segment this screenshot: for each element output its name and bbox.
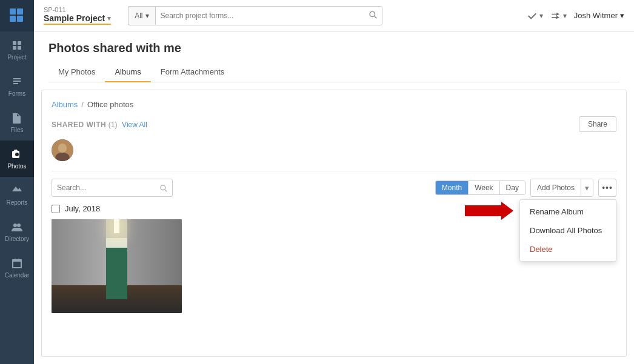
photo-search-icon xyxy=(159,184,167,192)
add-photos-caret-icon[interactable]: ▾ xyxy=(581,179,593,196)
delete-item[interactable]: Delete xyxy=(520,240,616,259)
user-chevron-icon: ▾ xyxy=(620,11,624,20)
view-month-button[interactable]: Month xyxy=(436,181,469,194)
search-input[interactable] xyxy=(156,12,364,20)
svg-point-8 xyxy=(52,139,73,161)
svg-rect-1 xyxy=(17,8,23,15)
topbar-right: ▾ ▾ Josh Witmer ▾ xyxy=(527,10,624,21)
tabs: My Photos Albums Form Attachments xyxy=(48,62,619,82)
svg-point-10 xyxy=(55,153,70,161)
sidebar-label-reports: Reports xyxy=(6,199,27,206)
breadcrumb-separator: / xyxy=(81,100,84,109)
download-photos-item[interactable]: Download All Photos xyxy=(520,221,616,240)
rename-album-item[interactable]: Rename Album xyxy=(520,202,616,221)
sidebar-label-forms: Forms xyxy=(8,90,25,97)
main-area: SP-011 Sample Project ▾ All ▾ ▾ xyxy=(34,0,634,364)
dropdown-menu: Rename Album Download All Photos Delete xyxy=(519,199,616,262)
svg-rect-0 xyxy=(10,8,16,15)
search-filter-button[interactable]: All ▾ xyxy=(128,6,155,25)
sidebar-item-calendar[interactable]: Calendar xyxy=(0,250,34,286)
sidebar-label-project: Project xyxy=(7,54,26,61)
sidebar-item-directory[interactable]: Directory xyxy=(0,213,34,250)
toolbar-right: Month Week Day Add Photos ▾ ••• Rename A… xyxy=(435,179,616,197)
add-photos-button[interactable]: Add Photos ▾ xyxy=(530,179,593,197)
tab-my-photos[interactable]: My Photos xyxy=(48,62,105,82)
sidebar-label-files: Files xyxy=(10,127,23,133)
svg-line-7 xyxy=(375,16,377,19)
ellipsis-icon: ••• xyxy=(602,183,613,193)
chevron-down-icon-2: ▾ xyxy=(563,12,567,20)
view-toggle: Month Week Day xyxy=(435,180,526,195)
project-id: SP-011 xyxy=(44,6,111,13)
chevron-down-icon: ▾ xyxy=(539,12,543,20)
content-area: Photos shared with me My Photos Albums F… xyxy=(34,31,634,364)
breadcrumb: Albums / Office photos xyxy=(52,100,616,109)
avatar xyxy=(52,139,73,161)
page-header: Photos shared with me My Photos Albums F… xyxy=(34,31,634,82)
add-photos-label: Add Photos xyxy=(531,179,581,196)
sidebar-item-photos[interactable]: Photos xyxy=(0,141,34,177)
inner-content: Albums / Office photos SHARED WITH (1) V… xyxy=(41,90,627,357)
photo-search-wrap xyxy=(52,179,173,197)
shared-with-label: SHARED WITH (1) View All xyxy=(52,120,147,129)
search-input-wrap xyxy=(155,6,383,25)
tab-albums[interactable]: Albums xyxy=(105,62,150,82)
breadcrumb-current: Office photos xyxy=(87,100,133,109)
sidebar-item-forms[interactable]: Forms xyxy=(0,68,34,104)
shuffle-button[interactable]: ▾ xyxy=(550,10,567,21)
filter-chevron-icon: ▾ xyxy=(145,12,149,20)
toolbar-row: Month Week Day Add Photos ▾ ••• Rename A… xyxy=(52,179,616,197)
section-divider xyxy=(52,171,616,171)
page-title: Photos shared with me xyxy=(48,41,619,55)
user-menu-button[interactable]: Josh Witmer ▾ xyxy=(574,11,624,20)
sidebar: Project Forms Files Photos Reports Direc… xyxy=(0,0,34,364)
avatar-row xyxy=(52,139,616,161)
svg-point-11 xyxy=(59,145,65,151)
month-checkbox[interactable] xyxy=(52,205,60,213)
photo-search-input[interactable] xyxy=(57,184,159,192)
svg-rect-3 xyxy=(17,16,23,22)
project-info: SP-011 Sample Project ▾ xyxy=(44,6,111,25)
sidebar-label-photos: Photos xyxy=(7,163,26,170)
search-icon[interactable] xyxy=(364,10,382,21)
svg-point-5 xyxy=(17,223,21,227)
view-day-button[interactable]: Day xyxy=(500,181,525,194)
share-button[interactable]: Share xyxy=(579,116,616,132)
user-name: Josh Witmer xyxy=(574,11,618,20)
sidebar-item-reports[interactable]: Reports xyxy=(0,177,34,213)
shared-with-row: SHARED WITH (1) View All Share xyxy=(52,116,616,132)
svg-point-9 xyxy=(58,144,67,152)
sidebar-label-directory: Directory xyxy=(5,236,29,242)
photo-thumbnail[interactable] xyxy=(52,219,182,313)
project-dropdown-icon[interactable]: ▾ xyxy=(107,15,111,22)
topbar: SP-011 Sample Project ▾ All ▾ ▾ xyxy=(34,0,634,31)
tab-form-attachments[interactable]: Form Attachments xyxy=(151,62,234,82)
month-label: July, 2018 xyxy=(65,204,100,213)
breadcrumb-parent[interactable]: Albums xyxy=(52,100,78,109)
hallway-image xyxy=(52,219,182,313)
sidebar-item-project[interactable]: Project xyxy=(0,31,34,68)
view-all-link[interactable]: View All xyxy=(122,121,147,129)
svg-line-13 xyxy=(165,190,167,191)
svg-point-12 xyxy=(161,185,165,190)
search-area: All ▾ xyxy=(128,6,382,25)
view-week-button[interactable]: Week xyxy=(469,181,499,194)
sidebar-label-calendar: Calendar xyxy=(5,272,30,279)
more-options-button[interactable]: ••• xyxy=(598,179,616,197)
svg-rect-2 xyxy=(10,16,16,22)
sidebar-item-files[interactable]: Files xyxy=(0,104,34,141)
checkmark-button[interactable]: ▾ xyxy=(527,10,543,21)
svg-point-4 xyxy=(13,223,17,227)
app-logo[interactable] xyxy=(0,0,34,31)
svg-point-6 xyxy=(370,12,375,16)
project-name[interactable]: Sample Project ▾ xyxy=(44,13,111,25)
